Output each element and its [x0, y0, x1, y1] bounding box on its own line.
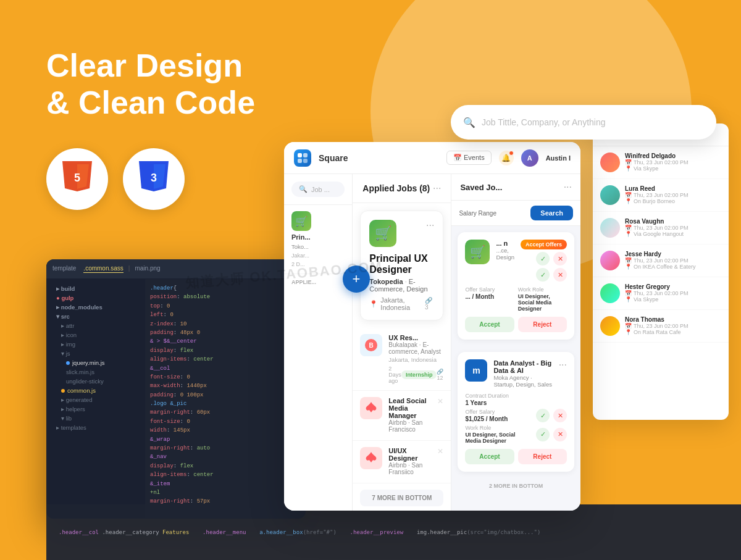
job-close-social[interactable]: ✕: [437, 397, 443, 406]
check-icon-moka-2[interactable]: ✓: [536, 428, 550, 441]
job-close-uiux[interactable]: ✕: [437, 447, 443, 456]
saved-jobs-menu[interactable]: ···: [564, 182, 572, 193]
search-input[interactable]: Job Tittle, Company, or Anything: [482, 117, 606, 127]
more-bottom-btn[interactable]: 7 MORE IN BOTTOM: [360, 490, 443, 506]
middle-panel-header: Applied Jobs (8) ···: [353, 174, 451, 203]
interview-item-5[interactable]: Hester Gregory 📅 Thu, 23 Jun 02:00 PM 📍 …: [593, 277, 729, 310]
interview-name-5: Hester Gregory: [625, 283, 689, 290]
code-line-20: &_nav: [150, 453, 301, 461]
place-icon-4: 📍: [625, 264, 632, 270]
saved-job-card-1[interactable]: 🛒 ... n ...ce, Design Accept Offers ✓ ✕: [458, 232, 574, 340]
featured-job-company: Tokopedia · E-Commerce, Design: [369, 278, 434, 293]
interview-item-2[interactable]: Lura Reed 📅 Thu, 23 Jun 02:00 PM 📍 On Bu…: [593, 179, 729, 212]
place-icon-1: 📍: [625, 165, 632, 172]
saved-job-company-2: Moka Agency · Startup, Design, Sales: [493, 374, 552, 388]
featured-job-menu[interactable]: ···: [426, 220, 434, 231]
panel-search-input[interactable]: 🔍 Job ...: [291, 182, 345, 197]
interview-name-1: Winifred Delgado: [625, 153, 689, 159]
reject-button-2[interactable]: Reject: [518, 449, 567, 464]
work-role-label-2: Work Role: [465, 425, 532, 431]
interview-item-1[interactable]: Winifred Delgado 📅 Thu, 23 Jun 02:00 PM …: [593, 146, 729, 179]
app-card-header: Square 📅 Events 🔔 A Austin I: [284, 142, 580, 174]
code-tab-main[interactable]: main.png: [135, 265, 160, 273]
saved-job-card-2[interactable]: m Data Analyst - Big Data & AI Moka Agen…: [458, 352, 574, 472]
code-line-3: top: 0: [150, 302, 301, 311]
sidebar-file-common[interactable]: common.js: [46, 386, 145, 395]
interview-place-2: 📍 On Burjo Borneo: [625, 198, 689, 204]
tag-internship: Internship: [401, 370, 437, 379]
place-icon-6: 📍: [625, 329, 632, 335]
job-item-uxres[interactable]: B UX Res... Bukalapak · E-commerce, Anal…: [353, 328, 451, 391]
job-logo-airbnb-1: [360, 397, 382, 419]
job-title-uxres: UX Res...: [388, 334, 443, 341]
avatar-hester: [600, 283, 620, 303]
check-icon-moka-1[interactable]: ✓: [536, 409, 550, 422]
code-line-13: padding: 0 100px: [150, 391, 301, 399]
check-icon-1[interactable]: ✓: [536, 252, 550, 265]
sidebar-file-slick[interactable]: slick.min.js: [46, 367, 145, 377]
panel-item-company-1: Toko...: [291, 243, 345, 250]
interview-time-5: 📅 Thu, 23 Jun 02:00 PM: [625, 290, 689, 296]
events-button[interactable]: 📅 Events: [446, 151, 492, 165]
hero-title: Clear Design & Clean Code: [46, 48, 255, 122]
code-line-11: font-size: 0: [150, 373, 301, 382]
code-tab-common-sass[interactable]: .common.sass: [83, 265, 123, 273]
interview-info-3: Rosa Vaughn 📅 Thu, 23 Jun 02:00 PM 📍 Via…: [625, 218, 689, 237]
interview-item-3[interactable]: Rosa Vaughn 📅 Thu, 23 Jun 02:00 PM 📍 Via…: [593, 212, 729, 244]
saved-job-menu-2[interactable]: ···: [559, 359, 567, 370]
more-bottom-label: 2 MORE IN BOTTOM: [451, 478, 580, 494]
applied-jobs-menu[interactable]: ···: [433, 183, 441, 194]
job-item-uiux[interactable]: UI/UX Designer Airbnb · San Fransiico ✕: [353, 441, 451, 483]
interview-info-6: Nora Thomas 📅 Thu, 23 Jun 02:00 PM 📍 On …: [625, 316, 689, 335]
saved-job-info-2: Data Analyst - Big Data & AI Moka Agency…: [493, 359, 552, 388]
featured-job-location: 📍 Jakarta, Indonesia 🔗 3: [369, 296, 434, 311]
app-body: 🔍 Job ... 🛒 Prin... Toko... Jakar... 2 D…: [284, 174, 580, 511]
job-meta-uxres: 2 Days ago Internship 🔗 12: [388, 366, 443, 384]
job-info-uxres: UX Res... Bukalapak · E-commerce, Analys…: [388, 334, 443, 384]
panel-item-title-1: Prin...: [291, 233, 345, 241]
job-logo-airbnb-2: [360, 447, 382, 469]
icon-row-moka-2: ✓ ✕: [536, 428, 567, 441]
offer-salary-value-2: $1,025 / Month: [465, 416, 532, 422]
sidebar-file-unglider[interactable]: unglider-sticky: [46, 377, 145, 386]
code-line-17: width: 145px: [150, 426, 301, 435]
svg-text:5: 5: [74, 172, 80, 184]
job-item-social[interactable]: Lead Social Media Manager Airbnb · San F…: [353, 391, 451, 441]
code-line-2: position: absolute: [150, 293, 301, 301]
code-line-5: z-index: 10: [150, 320, 301, 328]
code-line-15: margin-right: 60px: [150, 408, 301, 417]
sidebar-folder-icon: ▸ icon: [46, 330, 145, 340]
reject-button-1[interactable]: Reject: [518, 317, 567, 332]
panel-search-placeholder: Job ...: [311, 186, 330, 193]
close-icon-2[interactable]: ✕: [553, 268, 567, 282]
user-avatar[interactable]: A: [521, 149, 538, 167]
right-panel: Saved Jo... ··· Salary Range Search 🛒: [451, 174, 580, 511]
panel-item-location-1: Jakar...: [291, 253, 345, 259]
avatar-lura: [600, 185, 620, 205]
featured-job-logo: 🛒: [369, 220, 396, 247]
code-main-content: .header{ position: absolute top: 0 left:…: [145, 279, 306, 519]
right-panel-header: Saved Jo... ···: [451, 174, 580, 201]
html5-icon: 5: [62, 159, 92, 199]
saved-job-logo-1: 🛒: [465, 240, 490, 264]
accept-offers-badge: Accept Offers: [521, 240, 567, 249]
notification-icon[interactable]: 🔔: [499, 151, 514, 165]
accept-button-2[interactable]: Accept: [465, 449, 514, 464]
close-icon-moka-1[interactable]: ✕: [553, 409, 567, 422]
check-icon-2[interactable]: ✓: [536, 268, 550, 282]
close-icon-1[interactable]: ✕: [553, 252, 567, 265]
close-icon-moka-2[interactable]: ✕: [553, 428, 567, 441]
interview-name-3: Rosa Vaughn: [625, 218, 689, 225]
interview-item-4[interactable]: Jesse Hardy 📅 Thu, 23 Jun 02:00 PM 📍 On …: [593, 244, 729, 277]
saved-job-header-2: m Data Analyst - Big Data & AI Moka Agen…: [465, 359, 567, 388]
place-icon-2: 📍: [625, 198, 632, 204]
sidebar-folder-helpers: ▸ helpers: [46, 404, 145, 414]
sidebar-file-jquery[interactable]: jquery.min.js: [46, 358, 145, 367]
calendar-icon-6: 📅: [625, 323, 632, 329]
interview-place-4: 📍 On IKEA Coffee & Eatery: [625, 264, 695, 270]
work-role-value-1: UI Designer, Social Media Designer: [518, 293, 567, 312]
search-button[interactable]: Search: [530, 206, 573, 220]
accept-button-1[interactable]: Accept: [465, 317, 514, 332]
sidebar-folder-gulpfile: ● gulp: [46, 293, 145, 303]
interview-item-6[interactable]: Nora Thomas 📅 Thu, 23 Jun 02:00 PM 📍 On …: [593, 310, 729, 343]
